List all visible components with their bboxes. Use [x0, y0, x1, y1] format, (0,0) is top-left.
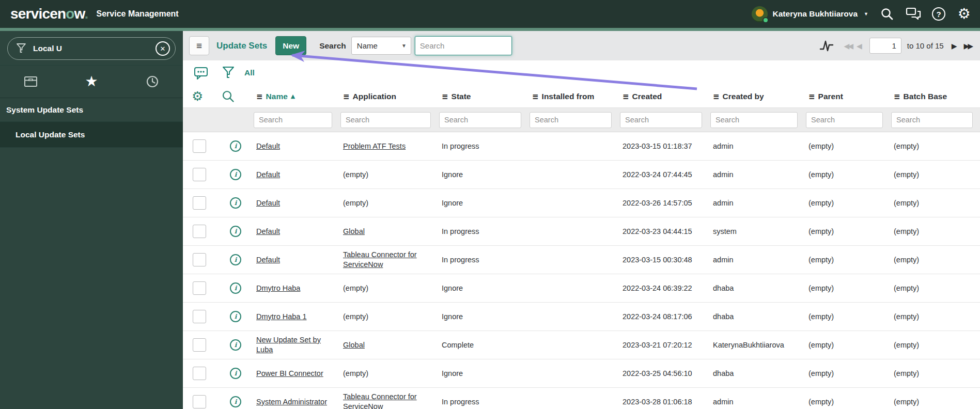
column-filter-row: [183, 107, 980, 132]
tab-all-applications[interactable]: [0, 66, 61, 98]
record-info-icon[interactable]: i: [230, 282, 241, 294]
column-header-application[interactable]: ≡Application: [339, 92, 438, 101]
record-link[interactable]: Dmytro Haba: [256, 284, 300, 292]
application-link[interactable]: Tableau Connector for ServiceNow: [343, 250, 417, 269]
row-checkbox[interactable]: [193, 367, 206, 380]
row-checkbox[interactable]: [193, 196, 206, 210]
cell-state: Ignore: [438, 312, 528, 322]
record-info-icon[interactable]: i: [230, 311, 241, 322]
first-page-button[interactable]: ◀◀: [844, 42, 852, 50]
personalize-list-gear-icon[interactable]: ⚙: [192, 90, 203, 103]
row-checkbox[interactable]: [193, 253, 206, 266]
record-link[interactable]: Default: [256, 170, 280, 179]
column-search-icon[interactable]: [222, 90, 235, 103]
record-info-icon[interactable]: i: [230, 339, 241, 351]
user-menu[interactable]: Kateryna Bukhtiiarova ▼: [752, 6, 868, 22]
cell-parent: (empty): [805, 397, 890, 407]
record-link[interactable]: Power BI Connector: [256, 369, 323, 377]
nav-item-local-update-sets[interactable]: Local Update Sets: [0, 122, 183, 148]
help-icon[interactable]: ?: [932, 7, 945, 21]
navigator-filter[interactable]: ✕: [7, 37, 176, 60]
record-info-icon[interactable]: i: [230, 140, 241, 152]
cell-parent: (empty): [805, 170, 890, 180]
column-menu-icon: ≡: [713, 92, 720, 101]
column-filter-state[interactable]: [439, 112, 521, 128]
record-link[interactable]: Dmytro Haba 1: [256, 312, 307, 321]
list-search-input[interactable]: [415, 36, 512, 55]
settings-gear-icon[interactable]: ⚙: [956, 6, 972, 22]
record-link[interactable]: Default: [256, 142, 280, 150]
column-filter-parent[interactable]: [806, 112, 883, 128]
list-context-menu-button[interactable]: ≡: [189, 36, 209, 55]
cell-created_by: admin: [709, 255, 805, 265]
breadcrumb-all[interactable]: All: [244, 68, 255, 77]
cell-batch_base: (empty): [890, 397, 980, 407]
cell-parent: (empty): [805, 198, 890, 208]
page-number-input[interactable]: [869, 38, 901, 54]
record-link[interactable]: New Update Set by Luba: [256, 336, 321, 354]
column-header-batch_base[interactable]: ≡Batch Base: [890, 92, 980, 101]
column-filter-created[interactable]: [620, 112, 702, 128]
show-filter-icon[interactable]: [222, 66, 235, 80]
column-header-parent[interactable]: ≡Parent: [805, 92, 890, 101]
application-link[interactable]: Tableau Connector for ServiceNow: [343, 392, 417, 409]
column-filter-batch_base[interactable]: [891, 112, 973, 128]
cell-name: Default: [253, 255, 339, 265]
column-header-created[interactable]: ≡Created: [619, 92, 709, 101]
record-info-icon[interactable]: i: [230, 226, 241, 237]
cell-application: Global: [339, 227, 438, 237]
record-link[interactable]: System Administrator: [256, 398, 327, 406]
navigator-filter-input[interactable]: [32, 43, 155, 54]
column-filter-installed_from[interactable]: [530, 112, 612, 128]
servicenow-logo[interactable]: servicenow.: [10, 6, 88, 22]
record-link[interactable]: Default: [256, 199, 280, 207]
column-menu-icon: ≡: [532, 92, 539, 101]
column-header-installed_from[interactable]: ≡Installed from: [528, 92, 619, 101]
search-field-select[interactable]: Name ▼: [351, 37, 411, 55]
record-link[interactable]: Default: [256, 227, 280, 235]
record-info-icon[interactable]: i: [230, 396, 241, 407]
activity-pulse-icon[interactable]: [819, 39, 834, 53]
record-info-icon[interactable]: i: [230, 368, 241, 379]
column-header-created_by[interactable]: ≡Created by: [709, 92, 805, 101]
column-header-name[interactable]: ≡Name▲: [253, 92, 339, 101]
row-checkbox[interactable]: [193, 395, 206, 408]
clear-filter-icon[interactable]: ✕: [155, 41, 170, 56]
record-info-icon[interactable]: i: [230, 254, 241, 265]
record-info-icon[interactable]: i: [230, 169, 241, 180]
cell-application: (empty): [339, 284, 438, 293]
list-title[interactable]: Update Sets: [216, 41, 267, 51]
tab-favorites[interactable]: ★: [61, 66, 122, 98]
row-checkbox[interactable]: [193, 338, 206, 352]
column-filter-application[interactable]: [340, 112, 431, 128]
record-info-icon[interactable]: i: [230, 197, 241, 209]
row-checkbox[interactable]: [193, 139, 206, 153]
previous-page-button[interactable]: ◀: [857, 42, 862, 50]
cell-application: Tableau Connector for ServiceNow: [339, 392, 438, 409]
application-link[interactable]: Global: [343, 227, 365, 235]
tab-history[interactable]: [122, 66, 183, 98]
column-filter-created_by[interactable]: [710, 112, 798, 128]
application-navigator: ✕ ★ System Update Sets Local Update Sets: [0, 31, 183, 409]
column-header-state[interactable]: ≡State: [438, 92, 528, 101]
row-checkbox[interactable]: [193, 310, 206, 323]
column-label: Installed from: [542, 92, 595, 101]
cell-batch_base: (empty): [890, 340, 980, 350]
nav-section-system-update-sets[interactable]: System Update Sets: [0, 98, 183, 122]
global-search-icon[interactable]: [879, 6, 895, 22]
column-menu-icon: ≡: [343, 92, 350, 101]
cell-state: Ignore: [438, 284, 528, 293]
row-checkbox[interactable]: [193, 281, 206, 295]
application-link[interactable]: Global: [343, 341, 365, 349]
connect-chat-icon[interactable]: [906, 6, 921, 22]
application-link[interactable]: Problem ATF Tests: [343, 142, 406, 150]
last-page-button[interactable]: ▶▶: [963, 42, 972, 50]
column-filter-name[interactable]: [254, 112, 332, 128]
record-link[interactable]: Default: [256, 256, 280, 264]
new-button[interactable]: New: [275, 36, 306, 55]
row-checkbox[interactable]: [193, 225, 206, 238]
cell-batch_base: (empty): [890, 255, 980, 265]
list-chat-icon[interactable]: [194, 67, 208, 80]
next-page-button[interactable]: ▶: [952, 42, 957, 50]
row-checkbox[interactable]: [193, 168, 206, 181]
